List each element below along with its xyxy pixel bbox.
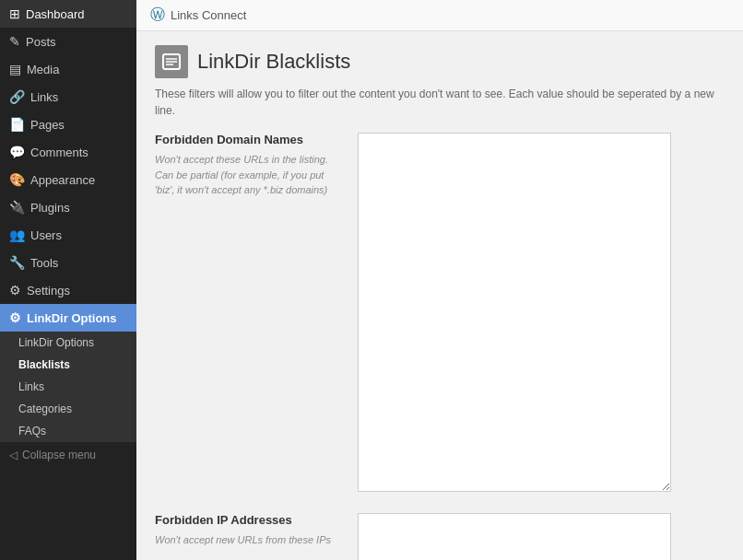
page-description: These filters will allow you to filter o… [155, 86, 725, 119]
forbidden-domain-textarea[interactable] [358, 133, 671, 492]
users-icon: 👥 [9, 228, 25, 242]
forbidden-ip-textarea[interactable] [358, 513, 671, 560]
breadcrumb: Links Connect [171, 8, 246, 22]
pages-icon: 📄 [9, 117, 25, 132]
page-title: LinkDir Blacklists [197, 50, 350, 74]
page-title-icon-box [155, 45, 188, 78]
wordpress-icon: Ⓦ [150, 6, 165, 25]
main-content: Ⓦ Links Connect LinkDir Blacklists These… [136, 0, 743, 560]
submenu-item-faqs[interactable]: FAQs [0, 420, 136, 442]
forbidden-ip-textarea-col [358, 513, 725, 560]
plugins-icon: 🔌 [9, 200, 25, 215]
page-title-section: LinkDir Blacklists [155, 45, 725, 78]
posts-icon: ✎ [9, 34, 20, 49]
sidebar-item-linkdir-options[interactable]: ⚙ LinkDir Options [0, 304, 136, 332]
collapse-menu-button[interactable]: ◁ Collapse menu [0, 442, 136, 468]
appearance-icon: 🎨 [9, 172, 25, 187]
sidebar-item-dashboard[interactable]: ⊞ Dashboard [0, 0, 136, 28]
tools-icon: 🔧 [9, 255, 25, 270]
forbidden-ip-section: Forbidden IP Addresses Won't accept new … [155, 513, 725, 560]
forbidden-domain-textarea-col [358, 133, 725, 495]
forbidden-ip-description: Won't accept new URLs from these IPs [155, 532, 344, 548]
submenu-item-linkdir-options[interactable]: LinkDir Options [0, 332, 136, 354]
forbidden-domain-title: Forbidden Domain Names [155, 133, 344, 146]
sidebar-item-media[interactable]: ▤ Media [0, 55, 136, 83]
submenu-item-blacklists[interactable]: Blacklists [0, 354, 136, 376]
blacklist-icon [161, 52, 182, 72]
sidebar-item-links[interactable]: 🔗 Links [0, 83, 136, 111]
sidebar-item-comments[interactable]: 💬 Comments [0, 138, 136, 166]
media-icon: ▤ [9, 62, 21, 76]
sidebar-item-tools[interactable]: 🔧 Tools [0, 249, 136, 276]
sidebar-item-pages[interactable]: 📄 Pages [0, 111, 136, 138]
forbidden-ip-label-col: Forbidden IP Addresses Won't accept new … [155, 513, 358, 560]
links-icon: 🔗 [9, 89, 25, 104]
collapse-icon: ◁ [9, 449, 18, 461]
sidebar-item-settings[interactable]: ⚙ Settings [0, 276, 136, 304]
sidebar: ⊞ Dashboard ✎ Posts ▤ Media 🔗 Links 📄 Pa… [0, 0, 136, 560]
sidebar-item-appearance[interactable]: 🎨 Appearance [0, 166, 136, 193]
forbidden-domain-description: Won't accept these URLs in the listing. … [155, 152, 344, 198]
content-area: LinkDir Blacklists These filters will al… [136, 31, 743, 560]
topbar: Ⓦ Links Connect [136, 0, 743, 31]
forbidden-ip-title: Forbidden IP Addresses [155, 513, 344, 527]
dashboard-icon: ⊞ [9, 6, 20, 21]
forbidden-domain-label-col: Forbidden Domain Names Won't accept thes… [155, 133, 358, 495]
submenu-item-categories[interactable]: Categories [0, 398, 136, 420]
sidebar-item-users[interactable]: 👥 Users [0, 221, 136, 249]
comments-icon: 💬 [9, 145, 25, 159]
settings-icon: ⚙ [9, 283, 21, 298]
linkdir-icon: ⚙ [9, 310, 21, 325]
sidebar-item-posts[interactable]: ✎ Posts [0, 28, 136, 55]
forbidden-domain-section: Forbidden Domain Names Won't accept thes… [155, 133, 725, 495]
sidebar-submenu: LinkDir Options Blacklists Links Categor… [0, 332, 136, 442]
sidebar-item-plugins[interactable]: 🔌 Plugins [0, 193, 136, 221]
submenu-item-links[interactable]: Links [0, 376, 136, 398]
